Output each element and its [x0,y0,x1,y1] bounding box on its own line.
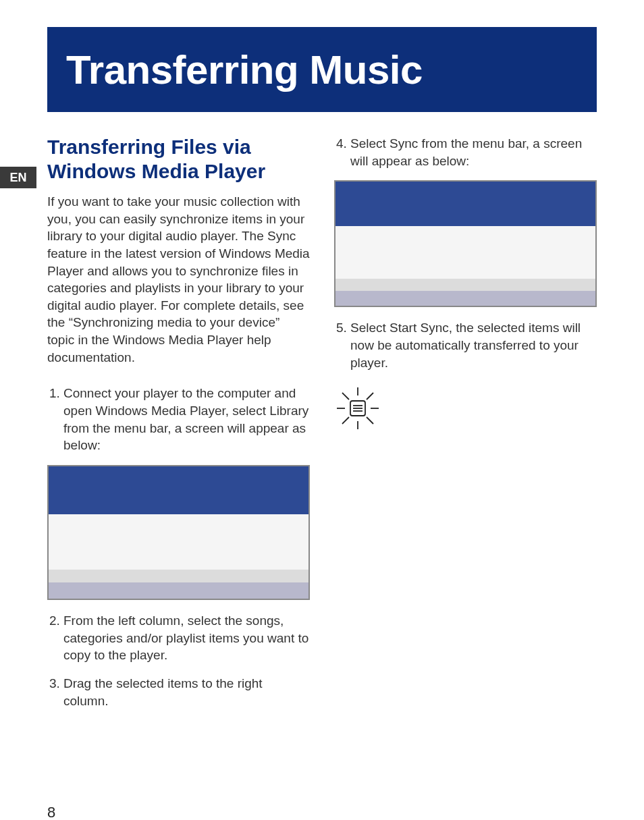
step-1: Connect your player to the computer and … [63,385,310,454]
wmp-library-screenshot [47,465,310,600]
chapter-banner: Transferring Music [47,27,597,112]
svg-line-7 [367,393,373,400]
left-column: Transferring Files via Windows Media Pla… [47,135,310,720]
step-3: Drag the selected items to the right col… [63,675,310,709]
step-2: From the left column, select the songs, … [63,612,310,664]
wmp-sync-screenshot [334,180,597,307]
step-5: Select Start Sync, the selected items wi… [350,319,597,371]
right-column: Select Sync from the menu bar, a screen … [334,135,597,720]
language-tab: EN [0,167,36,188]
chapter-title: Transferring Music [66,47,423,93]
step-4: Select Sync from the menu bar, a screen … [350,135,597,169]
section-heading: Transferring Files via Windows Media Pla… [47,135,310,184]
svg-line-5 [367,417,373,424]
svg-line-6 [342,417,349,424]
intro-paragraph: If you want to take your music collectio… [47,193,310,366]
page-number: 8 [47,804,55,820]
svg-line-4 [342,393,349,400]
note-icon [334,385,381,432]
